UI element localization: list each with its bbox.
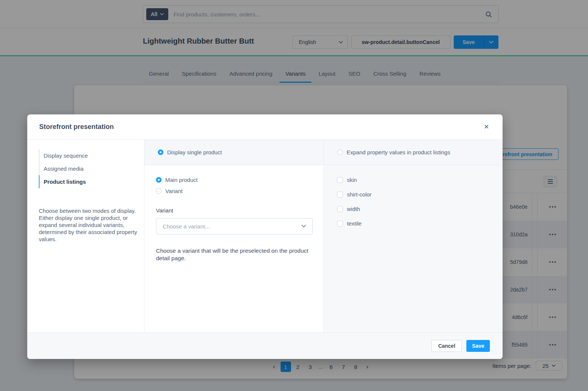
- single-product-column: Display single product Main product Vari…: [144, 140, 324, 332]
- single-product-body: Main product Variant Variant Choose a va…: [144, 165, 323, 332]
- expand-mode-header: Expand property values in product listin…: [324, 140, 503, 165]
- single-product-mode-header: Display single product: [144, 140, 323, 165]
- modal-footer: Cancel Save: [27, 332, 503, 359]
- variant-select-placeholder: Choose a variant...: [163, 223, 210, 230]
- sidebar-item-product-listings[interactable]: Product listings: [39, 175, 135, 188]
- radio-on-icon: [158, 149, 163, 155]
- expand-property-values-radio[interactable]: Expand property values in product listin…: [337, 149, 450, 155]
- radio-on-icon: [156, 177, 162, 183]
- variant-select[interactable]: Choose a variant...: [156, 218, 313, 234]
- chevron-down-icon: [301, 225, 306, 228]
- radio-label: Expand property values in product listin…: [347, 149, 450, 155]
- close-icon[interactable]: ✕: [484, 124, 489, 130]
- app-root: All Lightweight Rubber Butter Butt Engli…: [0, 0, 588, 391]
- variant-field-label: Variant: [156, 207, 312, 214]
- radio-off-icon: [337, 149, 343, 155]
- radio-label: Main product: [165, 177, 198, 183]
- checkbox-label: skin: [347, 177, 357, 183]
- checkbox-icon: [337, 206, 343, 212]
- storefront-presentation-modal: Storefront presentation ✕ Display sequen…: [27, 114, 503, 359]
- mode-description: Choose between two modes of display. Eit…: [39, 207, 137, 243]
- display-single-product-radio[interactable]: Display single product: [158, 149, 222, 155]
- modal-sidebar: Display sequence Assigned media Product …: [27, 140, 144, 332]
- checkbox-icon: [337, 177, 343, 183]
- radio-off-icon: [156, 188, 162, 194]
- checkbox-icon: [337, 192, 343, 198]
- property-checkbox-shirt-color[interactable]: shirt-color: [337, 191, 491, 198]
- sidebar-item-assigned-media[interactable]: Assigned media: [39, 162, 135, 175]
- checkbox-label: width: [347, 206, 360, 212]
- modal-save-button[interactable]: Save: [466, 340, 490, 352]
- cancel-button[interactable]: Cancel: [431, 340, 462, 352]
- modal-header: Storefront presentation ✕: [27, 114, 503, 140]
- expand-properties-column: Expand property values in product listin…: [324, 140, 503, 332]
- radio-label: Display single product: [167, 149, 222, 155]
- sidebar-item-display-sequence[interactable]: Display sequence: [39, 149, 135, 162]
- main-or-variant-group: Main product Variant: [156, 177, 312, 194]
- radio-label: Variant: [165, 188, 182, 194]
- property-checkbox-width[interactable]: width: [337, 206, 491, 212]
- modal-body: Display sequence Assigned media Product …: [27, 140, 503, 332]
- variant-help-text: Choose a variant that will be the presel…: [156, 247, 309, 262]
- main-product-radio[interactable]: Main product: [156, 177, 312, 183]
- property-checkbox-textile[interactable]: textile: [337, 220, 491, 227]
- property-checkbox-skin[interactable]: skin: [337, 177, 491, 183]
- checkbox-label: textile: [347, 220, 362, 227]
- variant-radio[interactable]: Variant: [156, 188, 312, 194]
- modal-title: Storefront presentation: [39, 123, 114, 131]
- checkbox-icon: [337, 221, 343, 227]
- properties-list: skin shirt-color width textile: [324, 165, 503, 332]
- checkbox-label: shirt-color: [347, 191, 372, 198]
